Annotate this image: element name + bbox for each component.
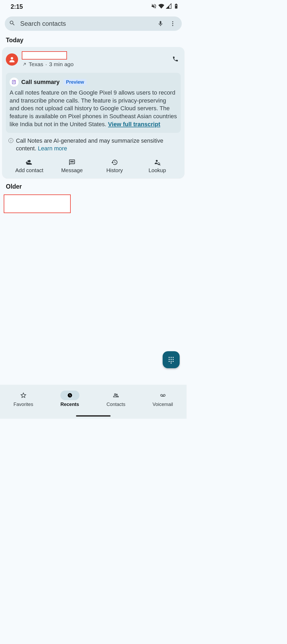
history-label: History xyxy=(106,167,123,173)
section-header-today: Today xyxy=(0,31,187,44)
call-location: Texas xyxy=(29,61,43,67)
person-add-icon xyxy=(26,159,33,166)
star-icon xyxy=(20,392,26,398)
svg-point-19 xyxy=(115,393,116,395)
more-vert-icon xyxy=(170,20,176,27)
status-bar: 2:15 xyxy=(0,0,187,13)
svg-point-9 xyxy=(171,357,172,358)
summary-title: Call summary xyxy=(21,79,60,86)
history-icon xyxy=(111,159,118,166)
svg-point-8 xyxy=(169,357,170,358)
info-icon: i xyxy=(9,138,13,143)
nav-favorites[interactable]: Favorites xyxy=(14,391,33,407)
message-icon xyxy=(69,159,75,166)
status-icons-group xyxy=(151,3,179,10)
svg-point-0 xyxy=(172,21,173,22)
svg-point-2 xyxy=(172,25,173,26)
dialpad-icon xyxy=(167,356,175,364)
call-summary-block: Call summary Preview A call notes featur… xyxy=(6,73,181,133)
battery-icon xyxy=(173,3,179,10)
voice-search-button[interactable] xyxy=(157,20,164,27)
svg-point-22 xyxy=(163,394,165,396)
svg-point-21 xyxy=(161,394,162,396)
mic-icon xyxy=(157,20,164,27)
nav-voicemail-label: Voicemail xyxy=(153,402,173,407)
svg-point-16 xyxy=(173,361,174,362)
nav-contacts[interactable]: Contacts xyxy=(106,391,125,407)
svg-point-15 xyxy=(171,361,172,362)
svg-point-14 xyxy=(169,361,170,362)
svg-point-17 xyxy=(171,363,172,364)
phone-icon xyxy=(172,56,179,62)
people-icon xyxy=(113,392,119,398)
history-button[interactable]: History xyxy=(93,159,136,173)
older-entry-redacted[interactable] xyxy=(4,194,71,213)
bottom-nav: Favorites Recents Contacts Voicemail xyxy=(0,385,187,419)
nav-recents-label: Recents xyxy=(61,402,79,407)
summary-icon xyxy=(10,78,19,87)
svg-point-7 xyxy=(156,160,158,162)
call-age: 3 min ago xyxy=(49,61,74,67)
clock-icon xyxy=(67,392,73,398)
section-header-older: Older xyxy=(0,178,187,190)
search-icon xyxy=(9,20,15,27)
meta-separator: · xyxy=(45,61,47,67)
status-time: 2:15 xyxy=(11,3,23,10)
summary-body: A call notes feature on the Google Pixel… xyxy=(10,89,177,128)
call-info[interactable]: Texas · 3 min ago xyxy=(22,51,168,67)
call-card: Texas · 3 min ago Call summary Preview A… xyxy=(2,47,184,178)
signal-icon xyxy=(166,3,172,10)
svg-point-10 xyxy=(173,357,174,358)
svg-point-13 xyxy=(173,359,174,360)
call-back-button[interactable] xyxy=(172,56,181,63)
person-search-icon xyxy=(154,159,161,166)
preview-badge: Preview xyxy=(63,79,87,86)
lookup-button[interactable]: Lookup xyxy=(136,159,179,173)
svg-point-12 xyxy=(171,359,172,360)
nav-voicemail[interactable]: Voicemail xyxy=(153,391,173,407)
outgoing-call-icon xyxy=(22,62,27,66)
lookup-label: Lookup xyxy=(149,167,166,173)
message-button[interactable]: Message xyxy=(51,159,94,173)
add-contact-button[interactable]: Add contact xyxy=(8,159,51,173)
add-contact-label: Add contact xyxy=(15,167,43,173)
dialpad-fab[interactable] xyxy=(163,351,180,368)
mute-icon xyxy=(151,3,157,10)
contact-name-redacted xyxy=(22,51,67,60)
avatar[interactable] xyxy=(6,53,18,66)
nav-recents[interactable]: Recents xyxy=(60,391,79,407)
gesture-bar xyxy=(76,415,111,417)
person-icon xyxy=(8,56,16,63)
search-placeholder: Search contacts xyxy=(20,20,152,27)
call-meta: Texas · 3 min ago xyxy=(22,61,168,67)
voicemail-icon xyxy=(160,392,166,398)
learn-more-link[interactable]: Learn more xyxy=(38,145,67,152)
overflow-menu-button[interactable] xyxy=(169,20,176,27)
svg-point-11 xyxy=(169,359,170,360)
nav-favorites-label: Favorites xyxy=(14,402,33,407)
svg-point-1 xyxy=(172,23,173,24)
svg-point-20 xyxy=(116,394,117,395)
view-full-transcript-link[interactable]: View full transcript xyxy=(108,121,160,128)
nav-contacts-label: Contacts xyxy=(107,402,125,407)
wifi-icon xyxy=(158,3,164,10)
action-row: Add contact Message History Lookup xyxy=(6,152,181,173)
message-label: Message xyxy=(61,167,83,173)
ai-disclaimer: i Call Notes are AI-generated and may su… xyxy=(6,133,181,152)
search-bar[interactable]: Search contacts xyxy=(5,16,182,31)
